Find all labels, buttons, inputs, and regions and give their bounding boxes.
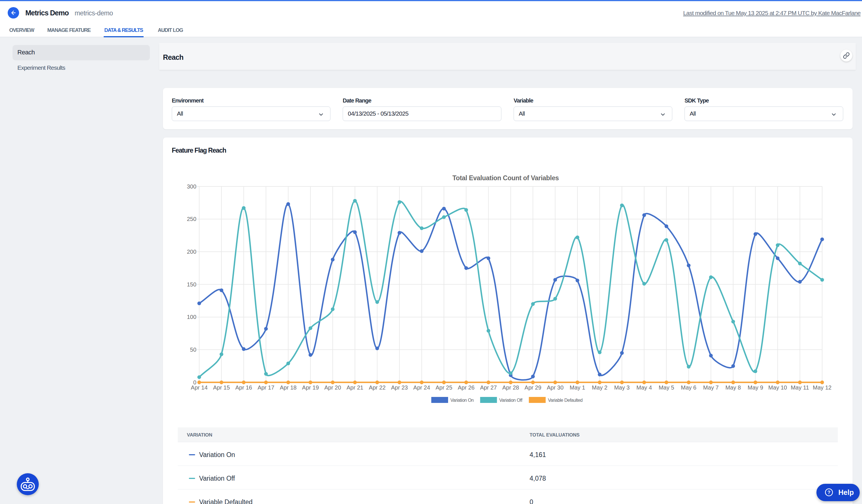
svg-text:May 9: May 9 <box>748 384 763 391</box>
svg-text:Apr 15: Apr 15 <box>213 384 230 391</box>
svg-text:Apr 28: Apr 28 <box>502 384 519 391</box>
svg-text:Apr 16: Apr 16 <box>235 384 252 391</box>
svg-text:May 4: May 4 <box>636 384 652 391</box>
svg-text:150: 150 <box>187 281 196 288</box>
svg-text:Apr 14: Apr 14 <box>191 384 208 391</box>
svg-text:50: 50 <box>190 346 196 353</box>
svg-text:200: 200 <box>187 249 196 255</box>
svg-text:Apr 29: Apr 29 <box>524 384 541 391</box>
svg-text:?: ? <box>827 490 831 495</box>
svg-text:Apr 18: Apr 18 <box>280 384 297 391</box>
svg-text:May 2: May 2 <box>592 384 607 391</box>
svg-text:May 3: May 3 <box>614 384 629 391</box>
svg-text:Variation On: Variation On <box>450 398 474 403</box>
svg-text:Apr 25: Apr 25 <box>435 384 452 391</box>
svg-text:May 5: May 5 <box>658 384 674 391</box>
svg-text:May 11: May 11 <box>791 384 809 391</box>
svg-text:Total Evaluation Count of Vari: Total Evaluation Count of Variables <box>452 174 559 182</box>
svg-text:Apr 30: Apr 30 <box>547 384 563 391</box>
svg-text:May 8: May 8 <box>725 384 741 391</box>
svg-text:Apr 26: Apr 26 <box>458 384 474 391</box>
svg-text:100: 100 <box>187 314 196 320</box>
svg-text:Apr 22: Apr 22 <box>369 384 386 391</box>
svg-text:Apr 24: Apr 24 <box>413 384 430 391</box>
svg-text:May 12: May 12 <box>813 384 832 391</box>
svg-text:250: 250 <box>187 216 196 222</box>
svg-text:Apr 21: Apr 21 <box>347 384 364 391</box>
svg-text:May 6: May 6 <box>681 384 696 391</box>
svg-text:May 7: May 7 <box>703 384 718 391</box>
svg-text:May 1: May 1 <box>570 384 585 391</box>
svg-text:Apr 23: Apr 23 <box>391 384 408 391</box>
svg-text:Apr 20: Apr 20 <box>324 384 341 391</box>
svg-text:Variable Defaulted: Variable Defaulted <box>548 398 583 403</box>
svg-text:May 10: May 10 <box>768 384 787 391</box>
svg-text:Variation Off: Variation Off <box>499 398 523 403</box>
svg-text:Apr 19: Apr 19 <box>302 384 319 391</box>
svg-text:300: 300 <box>187 183 196 190</box>
svg-text:Apr 27: Apr 27 <box>480 384 497 391</box>
svg-text:Apr 17: Apr 17 <box>258 384 274 391</box>
